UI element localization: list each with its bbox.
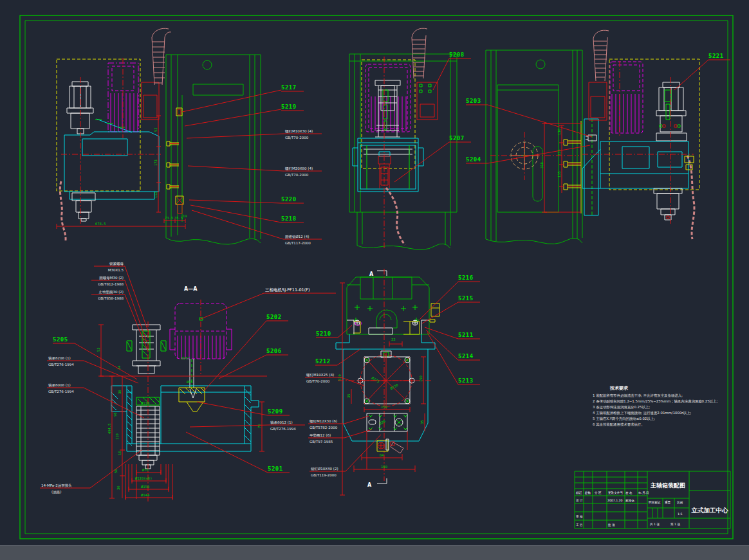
callout-c8-line1: 轴承6008 (1): [48, 383, 71, 388]
callout-c11-line2: GB/T70-2000: [306, 379, 330, 383]
tb-design-date: 2007.1.20: [607, 499, 622, 502]
view-side-right: 5221: [582, 30, 730, 239]
project-name: 立式加工中心: [691, 507, 729, 514]
callout-c12-line1: 螺钉M12X30 (6): [310, 419, 337, 423]
callout-c1-line2: GB/T70-2000: [285, 136, 309, 140]
cad-canvas[interactable]: 678.5 73.5 35.5 19 52 173 112 5217 5219 …: [0, 0, 749, 545]
dim-s2-33: 33: [391, 338, 396, 341]
callout-c9-line1: 14-MPa-2油管接头: [41, 483, 72, 488]
callout-c11-line1: 螺钉M10X25 (8): [306, 373, 334, 377]
dim-v1-c: 19: [183, 214, 187, 218]
part-label-5210: 5210: [316, 330, 331, 337]
tech-notes-title: 技术要求: [609, 385, 629, 391]
technical-notes: 技术要求 1 装配前所有零件必须清洗干净; 不允许有灰尘及杂物进入; 2 各传动…: [593, 385, 717, 427]
dim-s2-35l: 35: [347, 393, 351, 398]
part-label-5202: 5202: [266, 314, 282, 320]
dim-s2-150r: 150: [419, 375, 423, 382]
dim-s2-150b: 150: [381, 405, 387, 409]
tb-header-sign: 签 名: [625, 491, 633, 494]
dim-s1-d144: Ø144: [141, 493, 150, 497]
section-a-a: A—A 三相电机SJ-PF11-01(F) 53 494.5 34 30 96: [40, 262, 336, 501]
dim-s1-96: 96: [113, 412, 117, 417]
part-label-5217: 5217: [281, 84, 297, 91]
view-rear: 130 135 135 318 5203 5204: [466, 50, 598, 244]
tb-header-zone: 分 区: [594, 491, 602, 494]
dim-s2-d275: Ø275: [371, 376, 380, 384]
dim-s1-4945: 494.5: [107, 423, 111, 434]
callout-c7-line2: GB/T276-1994: [48, 363, 74, 366]
dim-v3-1: 130: [557, 129, 561, 135]
part-label-5218: 5218: [281, 215, 297, 222]
callout-c6-line2: GB/T858-1988: [98, 296, 124, 300]
part-label-5206: 5206: [266, 348, 282, 354]
callout-c10-line1: 轴承6012 (1): [270, 420, 293, 425]
callout-c4-line1: 锁紧螺母: [109, 262, 124, 266]
dim-s1-30a: 30: [118, 390, 122, 394]
tech-note-1: 1 装配前所有零件必须清洗干净; 不允许有灰尘及杂物进入;: [593, 393, 683, 398]
tb-sheet-no: 第 1 张: [670, 523, 680, 527]
dim-s2-35r: 35: [420, 420, 424, 424]
part-label-5208: 5208: [449, 51, 465, 58]
dim-s1-d267: Ø267: [181, 356, 190, 360]
part-label-5213: 5213: [458, 377, 474, 384]
callout-c4-line2: M30X1.5: [108, 268, 124, 272]
tech-note-6: 6 其余按装配通用技术要求执行。: [593, 422, 645, 427]
part-label-5209: 5209: [268, 408, 283, 415]
callout-c14-line2: GB/T119-2000: [311, 473, 337, 477]
callout-c8-line2: GB/T276-1994: [48, 390, 74, 393]
tb-scale-label: 比例: [677, 501, 683, 505]
tech-note-5: 5 主轴在X.Y两个方向的跳动≤0.02以上;: [593, 417, 655, 421]
callout-c12-line2: GB/T5782-2000: [310, 426, 338, 429]
drawing-title: 主轴箱装配图: [650, 482, 685, 489]
tb-weight-label: 重量: [665, 500, 671, 504]
tb-scale-value: 1:5: [678, 512, 682, 516]
dim-v3-2: 135: [557, 149, 561, 156]
dim-s1-30b: 30: [116, 485, 120, 490]
part-label-5221: 5221: [708, 53, 724, 59]
callout-c3-line1: 圆锥销Ø12 (4): [285, 235, 309, 239]
tb-header-count: 处数: [584, 491, 591, 495]
tb-row-process: 工 艺: [576, 523, 583, 527]
part-label-5211: 5211: [458, 332, 474, 338]
callout-c6-line1: 止动垫圈30 (2): [98, 290, 124, 294]
tb-row-approve: 批 准: [607, 523, 615, 527]
view-side-left: 678.5 73.5 35.5 19 52 173 112 5217 5219 …: [57, 28, 322, 245]
callout-c13-line1: 平垫圈12 (6): [310, 433, 331, 438]
dim-s1-70: 70: [257, 424, 261, 428]
callout-c7-line1: 轴承6208 (1): [48, 356, 71, 361]
callout-c9-line2: (油路): [51, 490, 61, 494]
callout-c2-line2: GB/T70-2000: [285, 173, 309, 177]
callout-c14-line1: 销钉Ø10X40 (2): [310, 467, 338, 471]
window-bottom-bar: [0, 545, 749, 560]
section-title: A—A: [184, 286, 198, 292]
tb-sheet-total: 共 1 张: [650, 523, 660, 527]
dim-v1-b: 35.5: [174, 216, 183, 220]
callout-c1-line1: 螺钉M10X30 (4): [285, 129, 313, 133]
view-bottom: A A Ø275 Ø230 33 520 150 35 150 35: [305, 269, 480, 495]
tb-header-docno: 更改文件号: [608, 491, 623, 494]
title-block: 主轴箱装配图 立式加工中心 标记 处数 分 区 更改文件号 签 名 年.月.日 …: [575, 471, 730, 528]
dim-v1-a: 73.5: [165, 216, 173, 220]
cad-viewport[interactable]: 678.5 73.5 35.5 19 52 173 112 5217 5219 …: [0, 0, 749, 560]
dim-s2-d230: Ø230: [389, 383, 398, 391]
dim-v1-h2: 173: [154, 159, 158, 166]
dim-s1-53: 53: [97, 347, 100, 352]
section-marker-top: A: [369, 271, 374, 277]
part-label-5219: 5219: [281, 104, 297, 110]
tech-note-3: 3 各运动部件注油润滑充分0.25以上;: [593, 405, 650, 410]
tb-row-check: 审 核: [576, 515, 583, 518]
tb-stage-label: 阶段标记: [649, 500, 661, 505]
dim-s2-84: 84: [380, 453, 384, 457]
tb-row-design: 设 计: [576, 498, 583, 502]
dim-s1-50: 50: [114, 469, 118, 473]
motor-callout: 三相电机SJ-PF11-01(F): [265, 287, 310, 293]
tech-note-2: 2 各传动副啮合间隙1.2~1.5mm/25%~25%mm ; 轴承内注满润滑脂…: [593, 399, 717, 404]
tech-note-4: 4 主轴装配后检验上下端面跳动; 运行速度2.01mm/1000r以上;: [593, 411, 691, 415]
dim-s1-110: 110: [115, 433, 119, 440]
dim-s1-d110: Ø110: [141, 401, 149, 405]
part-label-5204: 5204: [466, 156, 481, 163]
section-marker-bottom: A: [367, 482, 372, 488]
part-label-5212: 5212: [315, 358, 331, 365]
view-front: 5208 5207: [349, 28, 471, 249]
part-label-5216: 5216: [458, 275, 474, 281]
